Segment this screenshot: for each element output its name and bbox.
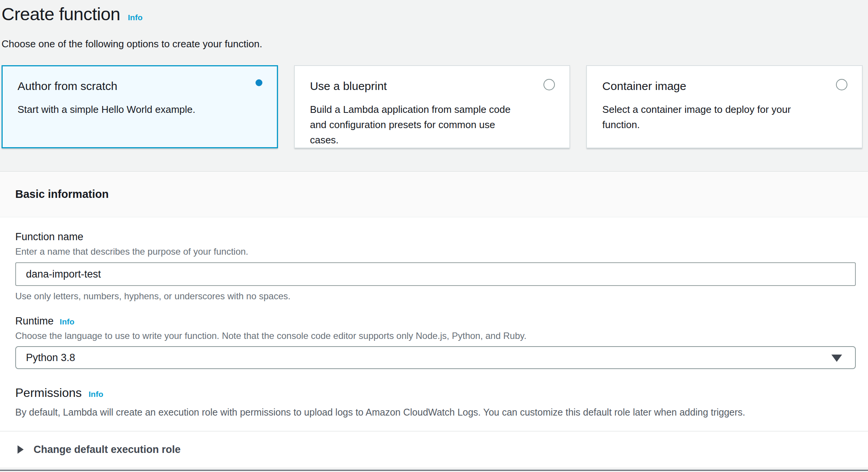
expander-label: Change default execution role	[34, 444, 181, 456]
basic-information-body: Function name Enter a name that describe…	[0, 217, 868, 418]
card-description: Select a container image to deploy for y…	[602, 102, 847, 132]
card-description: Build a Lambda application from sample c…	[310, 102, 555, 148]
basic-information-panel: Basic information Function name Enter a …	[0, 171, 868, 467]
radio-author-from-scratch[interactable]	[256, 79, 262, 86]
function-name-hint: Use only letters, numbers, hyphens, or u…	[15, 291, 856, 302]
change-default-execution-role-expander[interactable]: Change default execution role	[0, 432, 868, 467]
permissions-section: Permissions Info By default, Lambda will…	[15, 386, 856, 418]
card-title: Container image	[602, 80, 847, 93]
basic-information-heading: Basic information	[15, 188, 109, 201]
create-function-page: Create function Info Choose one of the f…	[0, 0, 868, 148]
permissions-description: By default, Lambda will create an execut…	[15, 407, 856, 418]
function-name-input[interactable]	[15, 262, 856, 286]
runtime-selected-value: Python 3.8	[26, 352, 75, 364]
card-title: Author from scratch	[18, 80, 262, 93]
section-bottom-border	[0, 470, 868, 471]
page-subtitle: Choose one of the following options to c…	[2, 38, 865, 50]
page-title-row: Create function Info	[2, 3, 865, 25]
chevron-right-icon	[18, 445, 24, 454]
function-name-field-group: Function name Enter a name that describe…	[15, 231, 856, 302]
page-title: Create function	[2, 3, 120, 25]
function-name-description: Enter a name that describes the purpose …	[15, 246, 856, 257]
option-card-author-from-scratch[interactable]: Author from scratch Start with a simple …	[2, 65, 278, 148]
runtime-label: Runtime	[15, 315, 54, 327]
option-card-container-image[interactable]: Container image Select a container image…	[586, 65, 863, 148]
function-name-label: Function name	[15, 231, 856, 243]
basic-information-header: Basic information	[0, 172, 868, 217]
title-info-link[interactable]: Info	[128, 13, 142, 22]
radio-container-image[interactable]	[836, 79, 847, 90]
card-title: Use a blueprint	[310, 80, 555, 93]
runtime-field-group: Runtime Info Choose the language to use …	[15, 315, 856, 369]
runtime-info-link[interactable]: Info	[60, 317, 74, 326]
runtime-description: Choose the language to use to write your…	[15, 331, 856, 341]
runtime-select[interactable]: Python 3.8	[15, 346, 856, 369]
permissions-info-link[interactable]: Info	[88, 390, 103, 399]
chevron-down-icon	[831, 355, 842, 362]
card-description: Start with a simple Hello World example.	[18, 102, 262, 117]
permissions-heading: Permissions	[15, 386, 82, 400]
creation-option-cards: Author from scratch Start with a simple …	[2, 65, 863, 148]
option-card-use-a-blueprint[interactable]: Use a blueprint Build a Lambda applicati…	[294, 65, 571, 148]
